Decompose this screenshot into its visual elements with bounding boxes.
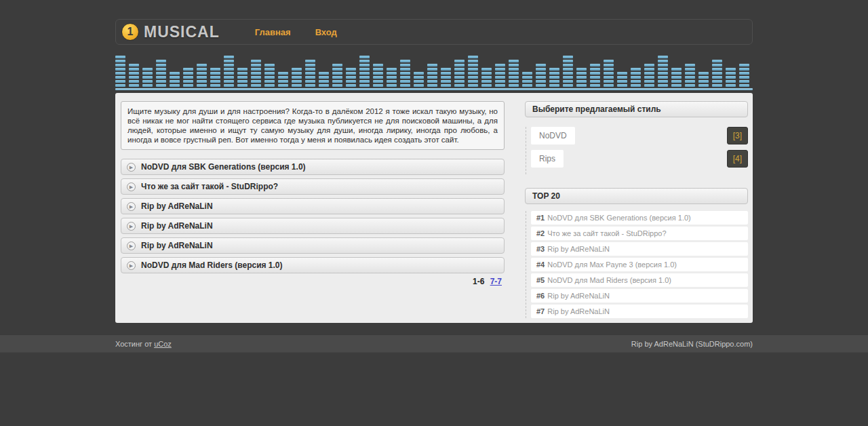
top-title: Rip by AdReNaLiN — [547, 292, 610, 300]
equalizer-bar — [197, 62, 207, 87]
equalizer-bar — [576, 66, 587, 87]
equalizer-bar — [237, 66, 248, 87]
equalizer-bar — [264, 62, 275, 87]
equalizer — [115, 56, 753, 87]
equalizer-bar — [658, 56, 668, 87]
top-list-item[interactable]: #4NoDVD для Max Payne 3 (версия 1.0) — [531, 258, 748, 271]
intro-text-box: Ищите музыку для души и для настроения? … — [121, 101, 505, 150]
genre-list: NoDVD [3] Rips [4] — [526, 127, 748, 174]
footer-hosting-prefix: Хостинг от — [115, 340, 154, 348]
equalizer-bar — [712, 58, 722, 87]
equalizer-bar — [224, 56, 234, 87]
play-icon: ▶ — [127, 163, 136, 172]
genre-link-nodvd[interactable]: NoDVD — [531, 127, 575, 144]
logo-text: MUSICAL — [144, 23, 220, 41]
top-list-item[interactable]: #2Что же за сайт такой - StuDRippo? — [531, 227, 748, 240]
equalizer-bar — [604, 58, 614, 87]
top-rank: #7 — [536, 307, 545, 315]
genre-count-badge: [3] — [727, 127, 748, 144]
equalizer-bar — [346, 66, 356, 87]
play-icon: ▶ — [127, 202, 136, 211]
top-list-item[interactable]: #6Rip by AdReNaLiN — [531, 289, 748, 303]
pagination-next-link[interactable]: 7-7 — [490, 277, 502, 286]
post-accordion-item[interactable]: ▶ Rip by AdReNaLiN — [121, 237, 505, 254]
equalizer-bar — [414, 71, 424, 87]
equalizer-bar — [427, 62, 437, 87]
post-title: NoDVD для SBK Generations (версия 1.0) — [141, 162, 306, 172]
footer-ucoz-link[interactable]: uCoz — [154, 340, 172, 348]
equalizer-bar — [210, 66, 220, 87]
equalizer-bar — [468, 56, 478, 87]
equalizer-bar — [129, 62, 139, 87]
post-accordion-item[interactable]: ▶ NoDVD для SBK Generations (версия 1.0) — [121, 159, 505, 175]
site-logo[interactable]: 1 MUSICAL — [121, 23, 220, 41]
post-accordion-item[interactable]: ▶ Rip by AdReNaLiN — [121, 198, 505, 214]
top-list-item[interactable]: #7Rip by AdReNaLiN — [531, 305, 748, 318]
equalizer-bar — [251, 58, 261, 87]
top20-list: #1NoDVD для SBK Generations (версия 1.0)… — [526, 211, 748, 318]
footer: Хостинг от uCoz Rip by AdReNaLiN (StuDRi… — [0, 334, 868, 353]
main-column: Ищите музыку для души и для настроения? … — [121, 101, 505, 323]
top-title: NoDVD для Mad Riders (версия 1.0) — [547, 276, 671, 284]
equalizer-bar — [332, 62, 342, 87]
equalizer-bar — [441, 66, 451, 87]
equalizer-bar — [522, 71, 532, 87]
equalizer-bar — [671, 66, 682, 87]
equalizer-bar — [454, 58, 465, 87]
footer-hosting: Хостинг от uCoz — [115, 340, 172, 348]
equalizer-bar — [644, 62, 654, 87]
pagination: 1-6 7-7 — [121, 277, 505, 286]
equalizer-bar — [536, 62, 546, 87]
equalizer-bar — [305, 58, 315, 87]
genre-row: Rips [4] — [531, 150, 748, 168]
top-rank: #3 — [536, 245, 545, 253]
content-panel: Ищите музыку для души и для настроения? … — [115, 93, 753, 323]
play-icon: ▶ — [127, 261, 136, 270]
top-title: Rip by AdReNaLiN — [547, 245, 610, 253]
genre-row: NoDVD [3] — [531, 127, 748, 144]
post-title: Что же за сайт такой - StuDRippo? — [141, 182, 278, 191]
equalizer-zone — [115, 56, 753, 90]
play-icon: ▶ — [127, 182, 136, 191]
top-title: Rip by AdReNaLiN — [547, 307, 610, 315]
genre-link-rips[interactable]: Rips — [531, 150, 564, 168]
top-rank: #1 — [536, 214, 545, 222]
nav-link-login[interactable]: Вход — [315, 27, 337, 37]
style-box-header: Выберите предлагаемый стиль — [525, 101, 748, 117]
genre-count-badge: [4] — [727, 150, 748, 168]
top-rank: #6 — [536, 292, 545, 300]
equalizer-bar — [495, 62, 505, 87]
equalizer-bar — [685, 62, 695, 87]
footer-credit: Rip by AdReNaLiN (StuDRippo.com) — [631, 340, 753, 348]
equalizer-bar — [590, 62, 600, 87]
equalizer-baseline — [115, 88, 753, 90]
top-list-item[interactable]: #1NoDVD для SBK Generations (версия 1.0) — [531, 211, 748, 225]
equalizer-bar — [631, 66, 641, 87]
equalizer-bar — [387, 66, 397, 87]
top-list-item[interactable]: #5NoDVD для Mad Riders (версия 1.0) — [531, 273, 748, 287]
main-nav: Главная Вход — [255, 27, 361, 37]
equalizer-bar — [170, 71, 180, 87]
equalizer-bar — [549, 66, 559, 87]
equalizer-bar — [115, 56, 125, 87]
logo-number-icon: 1 — [121, 23, 139, 41]
pagination-current: 1-6 — [473, 277, 484, 286]
equalizer-bar — [481, 66, 492, 87]
top-list-item[interactable]: #3Rip by AdReNaLiN — [531, 242, 748, 256]
post-title: NoDVD для Mad Riders (версия 1.0) — [141, 260, 283, 270]
equalizer-bar — [509, 58, 519, 87]
post-accordion-item[interactable]: ▶ NoDVD для Mad Riders (версия 1.0) — [121, 257, 505, 273]
equalizer-bar — [617, 71, 627, 87]
equalizer-bar — [373, 62, 383, 87]
post-title: Rip by AdReNaLiN — [141, 201, 213, 211]
post-accordion-item[interactable]: ▶ Что же за сайт такой - StuDRippo? — [121, 178, 505, 195]
top-rank: #4 — [536, 260, 545, 269]
nav-link-home[interactable]: Главная — [255, 27, 291, 37]
equalizer-bar — [359, 56, 370, 87]
equalizer-bar — [739, 62, 749, 87]
equalizer-bar — [726, 66, 736, 87]
top-title: NoDVD для Max Payne 3 (версия 1.0) — [547, 260, 677, 269]
post-accordion-item[interactable]: ▶ Rip by AdReNaLiN — [121, 218, 505, 234]
equalizer-bar — [142, 66, 153, 87]
equalizer-bar — [278, 71, 288, 87]
